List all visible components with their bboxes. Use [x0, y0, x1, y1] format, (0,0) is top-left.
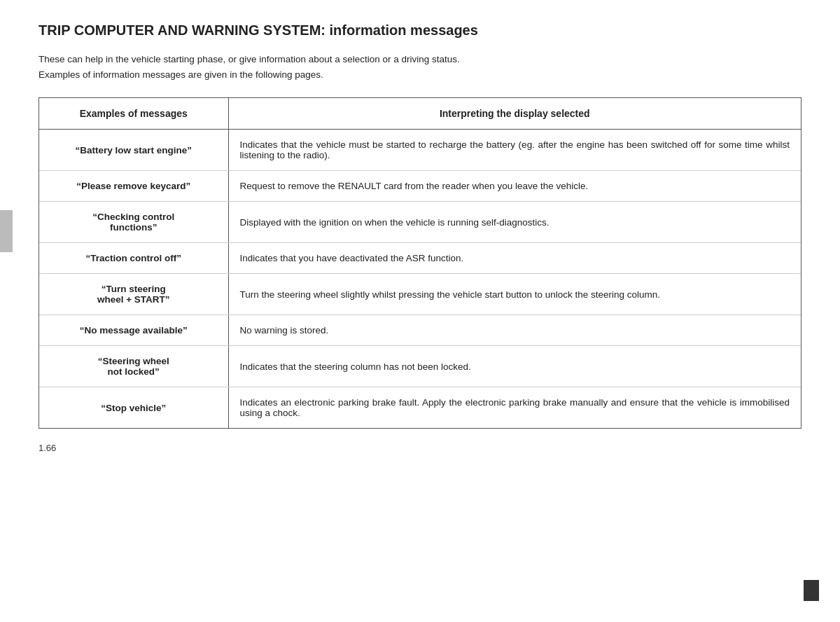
message-cell: “Stop vehicle”: [39, 387, 228, 429]
description-cell: Indicates that the vehicle must be start…: [228, 130, 801, 171]
table-row: “Battery low start engine”Indicates that…: [39, 130, 801, 171]
message-cell: “Traction control off”: [39, 243, 228, 274]
intro-line2: Examples of information messages are giv…: [38, 69, 323, 80]
corner-block: [804, 580, 819, 601]
page-title: TRIP COMPUTER AND WARNING SYSTEM: inform…: [38, 21, 802, 39]
info-table-wrapper: Examples of messages Interpreting the di…: [38, 97, 802, 429]
info-table: Examples of messages Interpreting the di…: [39, 98, 801, 428]
table-row: “Turn steeringwheel + START”Turn the ste…: [39, 274, 801, 315]
table-row: “Steering wheelnot locked”Indicates that…: [39, 346, 801, 387]
description-cell: Indicates that the steering column has n…: [228, 346, 801, 387]
intro-line1: These can help in the vehicle starting p…: [38, 54, 460, 64]
table-row: “Please remove keycard”Request to remove…: [39, 171, 801, 202]
description-cell: Indicates an electronic parking brake fa…: [228, 387, 801, 429]
intro-text: These can help in the vehicle starting p…: [38, 52, 802, 82]
table-row: “No message available”No warning is stor…: [39, 315, 801, 346]
side-tab: [0, 210, 13, 252]
description-cell: Displayed with the ignition on when the …: [228, 202, 801, 243]
col2-header: Interpreting the display selected: [228, 98, 801, 130]
description-cell: Indicates that you have deactivated the …: [228, 243, 801, 274]
message-cell: “Checking controlfunctions”: [39, 202, 228, 243]
description-cell: Request to remove the RENAULT card from …: [228, 171, 801, 202]
message-cell: “Battery low start engine”: [39, 130, 228, 171]
page-number: 1.66: [38, 443, 802, 453]
description-cell: No warning is stored.: [228, 315, 801, 346]
message-cell: “Steering wheelnot locked”: [39, 346, 228, 387]
table-row: “Traction control off”Indicates that you…: [39, 243, 801, 274]
message-cell: “Turn steeringwheel + START”: [39, 274, 228, 315]
message-cell: “Please remove keycard”: [39, 171, 228, 202]
description-cell: Turn the steering wheel slightly whilst …: [228, 274, 801, 315]
message-cell: “No message available”: [39, 315, 228, 346]
table-row: “Checking controlfunctions”Displayed wit…: [39, 202, 801, 243]
col1-header: Examples of messages: [39, 98, 228, 130]
table-header-row: Examples of messages Interpreting the di…: [39, 98, 801, 130]
table-row: “Stop vehicle”Indicates an electronic pa…: [39, 387, 801, 429]
